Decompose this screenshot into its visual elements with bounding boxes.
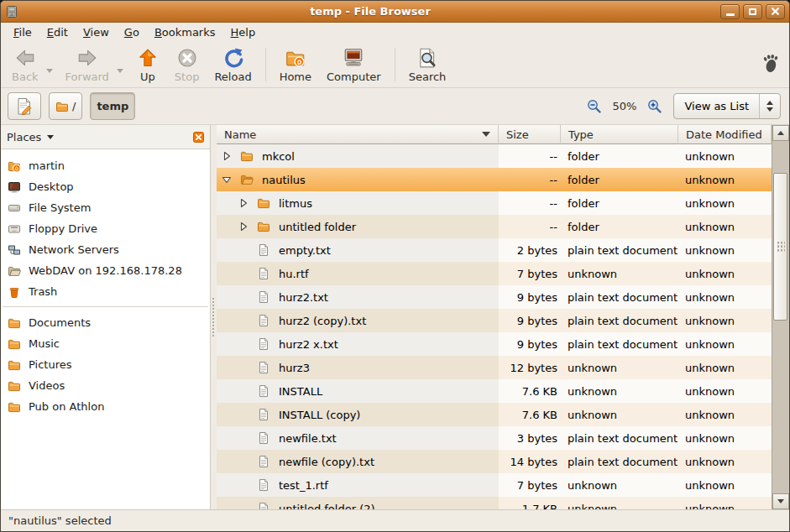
file-row-newfile-txt[interactable]: newfile.txt3 bytesplain text documentunk… [217, 426, 772, 450]
sidebar-item-floppy-drive[interactable]: Floppy Drive [1, 218, 210, 239]
sidebar-item-documents[interactable]: Documents [1, 312, 210, 333]
sidebar-close-button[interactable] [193, 132, 204, 143]
reload-button[interactable]: Reload [207, 44, 259, 86]
file-name: hurz3 [279, 362, 310, 374]
sidebar-item-music[interactable]: Music [1, 333, 210, 354]
file-row-mkcol[interactable]: mkcol--folderunknown [217, 144, 772, 168]
sidebar-item-webdav-on-192-168-178-28[interactable]: WebDAV on 192.168.178.28 [1, 260, 210, 281]
toolbar: BackForwardUpStopReloadHomeComputerSearc… [1, 42, 789, 88]
up-button[interactable]: Up [128, 44, 167, 86]
expander-expanded-icon[interactable] [222, 175, 232, 185]
sidebar-item-desktop[interactable]: Desktop [1, 176, 210, 197]
view-mode-select[interactable]: View as List [673, 93, 781, 119]
file-row-hurz3[interactable]: hurz312 bytesunknownunknown [217, 356, 772, 379]
sidebar-item-pictures[interactable]: Pictures [1, 354, 210, 375]
file-row-empty-txt[interactable]: empty.txt2 bytesplain text documentunkno… [217, 238, 772, 262]
cell-name: hu.rtf [217, 262, 499, 285]
sidebar-item-videos[interactable]: Videos [1, 375, 210, 396]
file-row-install-copy[interactable]: INSTALL (copy)7.6 KBunknownunknown [217, 403, 772, 426]
file-icon [257, 478, 270, 492]
file-row-newfile-copy-txt[interactable]: newfile (copy).txt14 bytesplain text doc… [217, 450, 772, 473]
cell-date_modified: unknown [678, 215, 772, 238]
pane-splitter[interactable] [211, 125, 217, 509]
home-button[interactable]: Home [272, 44, 319, 86]
forward-history-dropdown[interactable] [117, 44, 128, 86]
sidebar-item-file-system[interactable]: File System [1, 197, 210, 218]
cell-type: plain text document [561, 309, 678, 332]
column-header-size[interactable]: Size [499, 125, 561, 144]
cell-type: plain text document [561, 450, 678, 473]
expander-placeholder [238, 316, 249, 326]
vertical-scrollbar[interactable] [772, 125, 789, 509]
cell-size: 7 bytes [499, 473, 561, 497]
expander-collapsed-icon[interactable] [238, 222, 249, 232]
file-icon [257, 384, 270, 398]
menu-file[interactable]: File [6, 23, 39, 41]
close-icon [771, 7, 780, 16]
computer-button[interactable]: Computer [319, 44, 389, 86]
folder-icon [8, 379, 21, 393]
file-row-hurz2-x-txt[interactable]: hurz2 x.txt9 bytesplain text documentunk… [217, 332, 772, 356]
cell-name: newfile.txt [217, 426, 499, 450]
column-header-date-modified[interactable]: Date Modified [678, 125, 772, 144]
column-header-type[interactable]: Type [561, 125, 678, 144]
file-row-hurz2-copy-txt[interactable]: hurz2 (copy).txt9 bytesplain text docume… [217, 309, 772, 332]
status-text: "nautilus" selected [8, 514, 112, 527]
edit-location-button[interactable] [8, 92, 41, 120]
column-header-name[interactable]: Name [217, 125, 499, 144]
current-folder-button[interactable]: temp [90, 92, 135, 120]
arrow-up-icon [777, 131, 784, 135]
search-label: Search [409, 70, 447, 83]
computer-icon [343, 47, 364, 70]
file-row-hurz2-txt[interactable]: hurz2.txt9 bytesplain text documentunkno… [217, 285, 772, 309]
file-row-untitled-folder[interactable]: untitled folder--folderunknown [217, 215, 772, 238]
titlebar[interactable]: temp - File Browser [1, 1, 789, 23]
cell-name: INSTALL (copy) [217, 403, 499, 426]
cell-name: nautilus [217, 168, 499, 191]
file-row-install[interactable]: INSTALL7.6 KBunknownunknown [217, 379, 772, 403]
file-row-test-1-rtf[interactable]: test_1.rtf7 bytesunknownunknown [217, 473, 772, 497]
sidebar-header-label[interactable]: Places [7, 131, 41, 143]
expander-collapsed-icon[interactable] [238, 198, 249, 208]
sidebar-item-pub-on-athlon[interactable]: Pub on Athlon [1, 396, 210, 417]
file-row-untitled-folder-2[interactable]: untitled folder (2)1.7 KBunknownunknown [217, 497, 772, 509]
file-row-litmus[interactable]: litmus--folderunknown [217, 191, 772, 215]
zoom-in-button[interactable] [646, 98, 663, 115]
sidebar-item-network-servers[interactable]: Network Servers [1, 239, 210, 260]
maximize-button[interactable] [743, 4, 762, 19]
stop-icon [176, 47, 198, 70]
chevron-down-icon[interactable] [47, 135, 54, 139]
file-name: untitled folder [279, 221, 356, 233]
menu-help[interactable]: Help [223, 23, 264, 41]
cell-name: hurz2 x.txt [217, 332, 499, 356]
file-row-hu-rtf[interactable]: hu.rtf7 bytesunknownunknown [217, 262, 772, 285]
search-button[interactable]: Search [401, 44, 454, 86]
expander-collapsed-icon[interactable] [222, 151, 232, 161]
zoom-out-button[interactable] [586, 98, 603, 115]
cell-date_modified: unknown [678, 144, 772, 168]
sidebar-item-martin[interactable]: martin [1, 155, 210, 176]
cell-name: hurz3 [217, 356, 499, 379]
menu-edit[interactable]: Edit [39, 23, 76, 41]
menu-go[interactable]: Go [117, 23, 147, 41]
arrow-down-icon [777, 499, 784, 503]
cell-size: 3 bytes [499, 426, 561, 450]
scroll-down-button[interactable] [772, 493, 789, 509]
folder-icon [257, 196, 270, 210]
root-path-button[interactable]: / [49, 92, 82, 120]
scroll-up-button[interactable] [772, 125, 789, 141]
sidebar-separator [3, 306, 208, 307]
menu-view[interactable]: View [76, 23, 117, 41]
scrollbar-thumb[interactable] [773, 173, 787, 321]
close-button[interactable] [766, 4, 785, 19]
minimize-button[interactable] [720, 4, 740, 19]
folder-open-icon [240, 173, 254, 186]
back-history-dropdown[interactable] [46, 44, 58, 86]
file-name: hurz2 (copy).txt [279, 315, 366, 327]
sidebar-item-trash[interactable]: Trash [1, 281, 210, 302]
cell-date_modified: unknown [678, 332, 772, 356]
menu-bookmarks[interactable]: Bookmarks [147, 23, 223, 41]
file-icon [257, 337, 270, 351]
folder-icon [257, 220, 270, 233]
file-row-nautilus[interactable]: nautilus--folderunknown [217, 168, 772, 191]
